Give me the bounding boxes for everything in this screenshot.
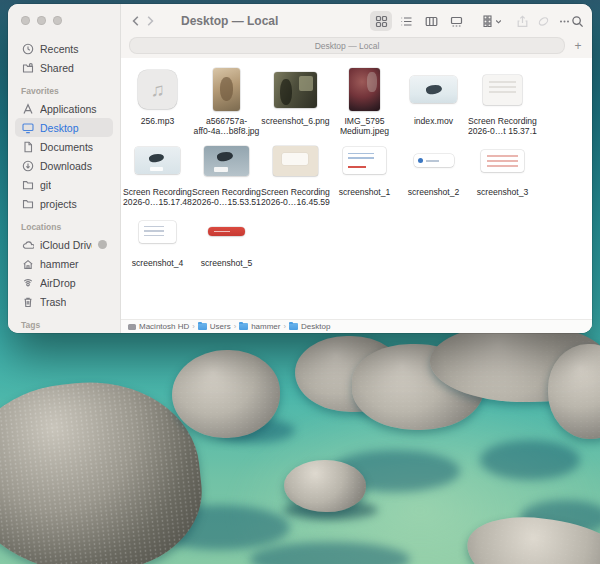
file-grid: 256.mp3 a566757a-aff0-4a…b8f8.jpg screen… (121, 58, 592, 319)
file-item[interactable]: screenshot_5 (192, 208, 261, 279)
airdrop-icon (21, 276, 34, 289)
file-item[interactable]: screenshot_4 (123, 208, 192, 279)
file-item[interactable]: index.mov (399, 66, 468, 137)
file-thumbnail (410, 76, 457, 103)
window-controls (8, 16, 120, 39)
sidebar-item-label: hammer (40, 258, 79, 270)
file-item[interactable]: IMG_5795Medium.jpeg (330, 66, 399, 137)
file-thumbnail music-note-icon (138, 70, 177, 109)
file-name: screenshot_2 (399, 187, 468, 197)
sidebar-item-label: Documents (40, 141, 93, 153)
sidebar-item-airdrop[interactable]: AirDrop (15, 273, 113, 292)
sidebar-item-label: AirDrop (40, 277, 76, 289)
path-label: Users (210, 322, 231, 331)
path-segment-users[interactable]: Users (198, 322, 231, 331)
clock-icon (21, 42, 34, 55)
toolbar: Desktop — Local (121, 4, 592, 36)
sidebar-item-label: Recents (40, 43, 79, 55)
sidebar-item-trash[interactable]: Trash (15, 292, 113, 311)
column-view-button[interactable] (420, 11, 442, 31)
path-label: hammer (251, 322, 280, 331)
file-thumbnail (273, 146, 318, 176)
file-item[interactable]: screenshot_1 (330, 137, 399, 208)
tags-button[interactable] (537, 11, 550, 31)
sidebar-section-favorites: Favorites (8, 77, 120, 99)
group-by-button[interactable] (483, 11, 502, 31)
sidebar-item-documents[interactable]: Documents (15, 137, 113, 156)
path-segment-hammer[interactable]: hammer (239, 322, 280, 331)
sidebar-item-applications[interactable]: Applications (15, 99, 113, 118)
sidebar: Recents Shared Favorites Applications De… (8, 4, 121, 333)
file-name: screenshot_3 (468, 187, 537, 197)
minimize-button[interactable] (37, 16, 46, 25)
sidebar-item-label: Shared (40, 62, 74, 74)
gallery-view-button[interactable] (445, 11, 467, 31)
trash-icon (21, 295, 34, 308)
file-item[interactable]: a566757a-aff0-4a…b8f8.jpg (192, 66, 261, 137)
file-name: index.mov (399, 116, 468, 126)
tab-label: Desktop — Local (315, 41, 380, 51)
file-item[interactable]: 256.mp3 (123, 66, 192, 137)
file-item[interactable]: Screen Recording2026-0…15.53.51 (192, 137, 261, 208)
path-segment-desktop[interactable]: Desktop (289, 322, 330, 331)
file-item[interactable]: Screen Recording2026-0…16.45.59 (261, 137, 330, 208)
more-actions-button[interactable] (558, 11, 571, 31)
folder-icon (21, 197, 34, 210)
file-thumbnail (483, 75, 522, 105)
file-name: screenshot_6.png (261, 116, 330, 126)
path-segment-macintosh-hd[interactable]: Macintosh HD (128, 322, 189, 331)
main-pane: Desktop — Local (121, 4, 592, 333)
sidebar-item-shared[interactable]: Shared (15, 58, 113, 77)
share-button[interactable] (516, 11, 529, 31)
path-separator: › (192, 322, 195, 331)
sidebar-item-git[interactable]: git (15, 175, 113, 194)
file-name: 256.mp3 (123, 116, 192, 126)
sidebar-item-projects[interactable]: projects (15, 194, 113, 213)
file-name: Screen Recording2026-0…t 15.37.12 (468, 116, 537, 136)
home-icon (21, 257, 34, 270)
search-button[interactable] (571, 11, 584, 31)
folder-icon (289, 323, 298, 330)
path-separator: › (283, 322, 286, 331)
shared-folder-icon (21, 61, 34, 74)
file-thumbnail (139, 221, 176, 243)
new-tab-button[interactable]: + (570, 40, 586, 52)
sidebar-section-tags: Tags (8, 311, 120, 333)
window-title: Desktop — Local (181, 14, 278, 28)
file-thumbnail (274, 72, 317, 108)
icon-view-button[interactable] (370, 11, 392, 31)
file-name: screenshot_5 (192, 258, 261, 268)
file-name: screenshot_1 (330, 187, 399, 197)
sidebar-item-icloud-drive[interactable]: iCloud Drive (15, 235, 113, 254)
file-item[interactable]: screenshot_6.png (261, 66, 330, 137)
file-name: IMG_5795Medium.jpeg (330, 116, 399, 136)
hard-drive-icon (128, 324, 136, 330)
tab-desktop-local[interactable]: Desktop — Local (129, 37, 565, 54)
forward-button[interactable] (143, 11, 157, 31)
sidebar-item-label: projects (40, 198, 77, 210)
back-button[interactable] (129, 11, 143, 31)
applications-icon (21, 102, 34, 115)
sidebar-item-label: Downloads (40, 160, 92, 172)
sidebar-item-recents[interactable]: Recents (15, 39, 113, 58)
sidebar-item-label: Desktop (40, 122, 79, 134)
sidebar-item-downloads[interactable]: Downloads (15, 156, 113, 175)
file-item[interactable]: screenshot_3 (468, 137, 537, 208)
folder-icon (198, 323, 207, 330)
file-item[interactable]: Screen Recording2026-0…t 15.37.12 (468, 66, 537, 137)
file-item[interactable]: screenshot_2 (399, 137, 468, 208)
path-separator: › (234, 322, 237, 331)
file-thumbnail (135, 147, 180, 174)
tab-bar: Desktop — Local + (121, 36, 592, 58)
file-item[interactable]: Screen Recording2026-0…15.17.48 (123, 137, 192, 208)
list-view-button[interactable] (395, 11, 417, 31)
zoom-button[interactable] (53, 16, 62, 25)
downloads-icon (21, 159, 34, 172)
file-name: Screen Recording2026-0…15.53.51 (192, 187, 261, 207)
file-name: Screen Recording2026-0…15.17.48 (123, 187, 192, 207)
file-name: screenshot_4 (123, 258, 192, 268)
file-name: a566757a-aff0-4a…b8f8.jpg (192, 116, 261, 136)
close-button[interactable] (21, 16, 30, 25)
sidebar-item-hammer[interactable]: hammer (15, 254, 113, 273)
sidebar-item-desktop[interactable]: Desktop (15, 118, 113, 137)
